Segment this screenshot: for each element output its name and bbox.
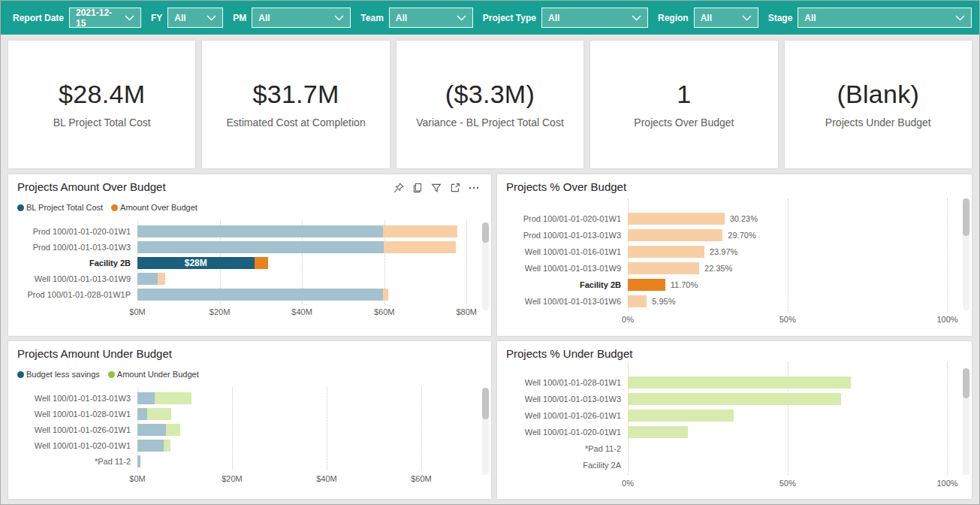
filter-dropdown-fy[interactable]: All xyxy=(167,8,223,28)
plot-area: Well 100/01-01-013-01W3Well 100/01-01-02… xyxy=(17,390,482,469)
bar-track xyxy=(628,443,954,455)
category-label: Prod 100/01-01-028-01W1P xyxy=(17,290,137,299)
bar-segment-amount-over-budget[interactable] xyxy=(158,273,164,285)
panel-title: Projects % Over Budget xyxy=(506,180,626,193)
bar-row: *Pad 11-2 xyxy=(506,440,963,457)
bar-segment-bl-project-total-cost[interactable]: $28M xyxy=(137,257,255,269)
bar-segment-budget-less-savings[interactable] xyxy=(137,424,166,436)
bar-segment-over-budget[interactable] xyxy=(628,213,725,225)
plot-area: Well 100/01-01-028-01W1Well 100/01-01-01… xyxy=(506,374,963,473)
bar-segment-budget-less-savings[interactable] xyxy=(137,440,164,452)
bar-track xyxy=(628,459,954,471)
legend-dot xyxy=(17,204,24,211)
more-options-button[interactable] xyxy=(466,180,482,195)
category-label: Prod 100/01-01-020-01W1 xyxy=(506,214,628,223)
axis-tick-label: $0M xyxy=(129,307,145,316)
scrollbar-thumb[interactable] xyxy=(482,222,489,243)
bar-segment-under-budget[interactable] xyxy=(628,376,851,389)
bar-row: Well 100/01-01-026-01W1 xyxy=(17,422,482,437)
bar-segment-amount-under-budget[interactable] xyxy=(166,424,181,436)
scrollbar-thumb[interactable] xyxy=(963,198,969,236)
bar-value-label: 11.70% xyxy=(671,280,698,289)
filter-dropdown-team[interactable]: All xyxy=(389,8,473,28)
category-label: Facility 2B xyxy=(17,259,137,268)
legend-item-budget-less-savings[interactable]: Budget less savings xyxy=(17,370,100,379)
legend-item-amount-under-budget[interactable]: Amount Under Budget xyxy=(108,370,199,379)
bar-track xyxy=(628,246,954,258)
bar-row: Well 100/01-01-028-01W1 xyxy=(17,406,482,422)
scrollbar-thumb[interactable] xyxy=(482,388,489,419)
bar-segment-under-budget[interactable] xyxy=(628,426,688,438)
bar-segment-over-budget[interactable] xyxy=(628,229,722,241)
bar-track xyxy=(628,410,954,422)
bar-segment-amount-over-budget[interactable] xyxy=(383,225,457,237)
bar-segment-amount-over-budget[interactable] xyxy=(255,257,268,269)
bar-track: $28M xyxy=(137,257,469,269)
bar-segment-budget-less-savings[interactable] xyxy=(137,408,147,420)
bar-row: Facility 2B11.70% xyxy=(506,277,963,293)
filter-dropdown-region[interactable]: All xyxy=(694,8,758,28)
axis-tick-label: 50% xyxy=(779,315,796,324)
copy-icon xyxy=(412,182,424,194)
bar-segment-amount-over-budget[interactable] xyxy=(383,289,389,301)
chevron-down-icon xyxy=(334,15,344,21)
axis-tick-label: 100% xyxy=(936,315,957,324)
chart-legend: Budget less savingsAmount Under Budget xyxy=(17,369,482,380)
filter-label-report-date: Report Date xyxy=(13,13,64,23)
filter-bar: Report Date2021-12-15FYAllPMAllTeamAllPr… xyxy=(1,1,979,35)
kpi-label: Estimated Cost at Completion xyxy=(226,116,365,130)
bar-row: Prod 100/01-01-020-01W1 xyxy=(17,223,482,239)
filters-button[interactable] xyxy=(428,180,445,195)
dropdown-selected-value: All xyxy=(258,13,270,23)
filter-icon xyxy=(430,182,442,194)
filter-dropdown-project-type[interactable]: All xyxy=(541,8,648,28)
filter-dropdown-report-date[interactable]: 2021-12-15 xyxy=(69,8,141,28)
category-label: Facility 2B xyxy=(506,280,628,289)
bar-row: Prod 100/01-01-020-01W130.23% xyxy=(506,210,963,227)
category-label: Well 100/01-01-020-01W1 xyxy=(17,441,137,450)
pin-visual-button[interactable] xyxy=(390,180,407,195)
vertical-scrollbar[interactable] xyxy=(482,222,489,310)
vertical-scrollbar[interactable] xyxy=(482,388,489,475)
bar-segment-over-budget[interactable] xyxy=(628,246,704,258)
bar-segment-bl-project-total-cost[interactable] xyxy=(137,289,383,301)
category-label: Well 100/01-01-026-01W1 xyxy=(506,411,628,420)
bar-track xyxy=(628,262,954,274)
panel-projects-pct-under-budget: Projects % Under Budget Well 100/01-01-0… xyxy=(497,341,972,499)
panel-header: Projects Amount Under Budget xyxy=(17,347,482,364)
bar-segment-bl-project-total-cost[interactable] xyxy=(137,241,384,253)
bar-segment-amount-under-budget[interactable] xyxy=(155,392,191,404)
chevron-down-icon xyxy=(955,15,965,21)
category-label: *Pad 11-2 xyxy=(506,444,628,453)
bar-segment-under-budget[interactable] xyxy=(628,393,841,405)
plot-area: Prod 100/01-01-020-01W1Prod 100/01-01-01… xyxy=(17,223,482,302)
bar-segment-amount-under-budget[interactable] xyxy=(164,440,170,452)
bar-segment-over-budget[interactable] xyxy=(628,295,647,307)
bar-segment-budget-less-savings[interactable] xyxy=(137,455,140,467)
bar-track xyxy=(137,424,469,436)
bar-segment-bl-project-total-cost[interactable] xyxy=(137,273,158,285)
chart-legend: BL Project Total CostAmount Over Budget xyxy=(17,202,482,213)
bar-segment-under-budget[interactable] xyxy=(628,410,734,422)
scrollbar-thumb[interactable] xyxy=(963,368,969,398)
bar-segment-over-budget[interactable] xyxy=(628,262,699,274)
legend-item-bl-project-total-cost[interactable]: BL Project Total Cost xyxy=(17,203,103,212)
legend-item-amount-over-budget[interactable]: Amount Over Budget xyxy=(111,203,198,212)
vertical-scrollbar[interactable] xyxy=(963,368,969,475)
filter-group-team: TeamAll xyxy=(360,8,472,28)
panel-title: Projects Amount Over Budget xyxy=(17,180,166,193)
filter-dropdown-stage[interactable]: All xyxy=(798,8,972,28)
legend-label: Amount Over Budget xyxy=(120,203,198,212)
kpi-value: ($3.3M) xyxy=(445,80,535,109)
vertical-scrollbar[interactable] xyxy=(963,198,969,310)
category-label: Well 100/01-01-026-01W1 xyxy=(17,425,137,434)
focus-mode-button[interactable] xyxy=(447,180,463,195)
bar-segment-bl-project-total-cost[interactable] xyxy=(137,225,383,237)
bar-segment-budget-less-savings[interactable] xyxy=(137,392,155,404)
bar-segment-over-budget[interactable] xyxy=(628,279,665,291)
filter-dropdown-pm[interactable]: All xyxy=(252,8,351,28)
bar-segment-amount-over-budget[interactable] xyxy=(384,241,456,253)
bar-zone xyxy=(137,273,469,285)
copy-visual-button[interactable] xyxy=(409,180,426,195)
bar-segment-amount-under-budget[interactable] xyxy=(147,408,171,420)
